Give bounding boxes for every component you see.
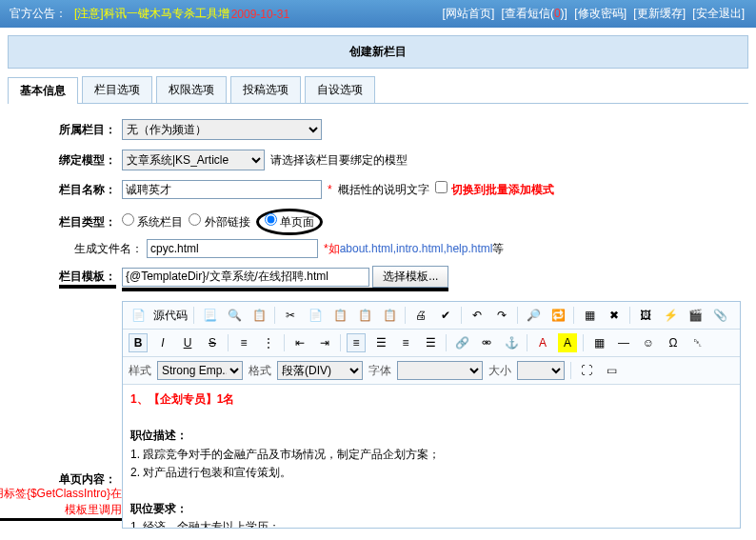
- type-single-page[interactable]: 单页面: [265, 213, 314, 230]
- link-exit[interactable]: [安全退出]: [692, 7, 745, 20]
- model-select[interactable]: 文章系统|KS_Article: [122, 150, 265, 170]
- tpl-annotated: 选择模板...: [122, 266, 448, 291]
- editor-toolbar-3: 样式 Strong Emp... 格式 段落(DIV) 字体 大小 ⛶ ▭: [123, 357, 740, 385]
- text-color-icon[interactable]: A: [533, 333, 552, 352]
- ul-icon[interactable]: ⋮: [259, 333, 278, 352]
- announce-date: 2009-10-31: [231, 8, 289, 21]
- file-hint-suf: 等: [492, 241, 504, 257]
- ol-icon[interactable]: ≡: [234, 333, 253, 352]
- file-input[interactable]: [147, 239, 318, 258]
- content-tag-hint: 使用标签{$GetClassIntro}在模板里调用: [0, 486, 122, 521]
- attach-icon[interactable]: 📎: [710, 306, 729, 325]
- batch-mode-toggle[interactable]: 切换到批量添加模式: [435, 181, 554, 198]
- link-icon[interactable]: 🔗: [452, 333, 471, 352]
- style-select[interactable]: Strong Emp...: [157, 361, 243, 380]
- rich-editor: 📄源代码 📃 🔍 📋 ✂ 📄 📋 📋 📋 🖨 ✔ ↶ ↷ 🔎 🔁 ▦ ✖ �: [122, 301, 741, 529]
- unlink-icon[interactable]: ⚮: [477, 333, 496, 352]
- tab-permission[interactable]: 权限选项: [156, 76, 227, 103]
- media-icon[interactable]: 🎬: [686, 306, 705, 325]
- align-justify-icon[interactable]: ☰: [421, 333, 440, 352]
- tab-basic[interactable]: 基本信息: [8, 77, 78, 104]
- editor-toolbar-2: B I U S ≡ ⋮ ⇤ ⇥ ≡ ☰ ≡ ☰ 🔗 ⚮ ⚓ A A ▦ — ☺: [123, 330, 740, 357]
- tabs: 基本信息 栏目选项 权限选项 投稿选项 自设选项: [8, 76, 748, 104]
- announce-text[interactable]: [注意]科讯一键木马专杀工具增: [74, 6, 229, 22]
- print-icon[interactable]: 🖨: [411, 306, 430, 325]
- paste-word-icon[interactable]: 📋: [380, 306, 399, 325]
- top-links: [网站首页] [查看短信(0)] [修改密码] [更新缓存] [安全退出]: [441, 6, 746, 22]
- name-label: 栏目名称：: [8, 182, 122, 198]
- page-break-icon[interactable]: ␡: [688, 333, 707, 352]
- bg-color-icon[interactable]: A: [558, 333, 577, 352]
- template-icon[interactable]: 📋: [249, 306, 269, 325]
- cut-icon[interactable]: ✂: [281, 306, 300, 325]
- model-label: 绑定模型：: [8, 152, 122, 169]
- anchor-icon[interactable]: ⚓: [502, 333, 521, 352]
- spell-icon[interactable]: ✔: [436, 306, 455, 325]
- flash-icon[interactable]: ⚡: [661, 306, 680, 325]
- name-input[interactable]: [122, 180, 322, 199]
- announce-label: 官方公告：: [10, 6, 67, 22]
- batch-mode-checkbox[interactable]: [435, 181, 448, 193]
- source-button[interactable]: 源代码: [153, 308, 188, 324]
- link-cache[interactable]: [更新缓存]: [633, 7, 686, 20]
- parent-label: 所属栏目：: [8, 122, 122, 138]
- font-select[interactable]: [397, 361, 483, 380]
- outdent-icon[interactable]: ⇤: [290, 333, 309, 352]
- top-bar: 官方公告： [注意]科讯一键木马专杀工具增 2009-10-31 [网站首页] …: [0, 0, 756, 28]
- editor-content[interactable]: 1、【企划专员】1名 职位描述： 1. 跟踪竞争对手的金融产品及市场情况，制定产…: [123, 385, 740, 528]
- table-icon[interactable]: ▦: [589, 333, 608, 352]
- type-label: 栏目类型：: [8, 214, 122, 230]
- tpl-input[interactable]: [122, 268, 369, 287]
- strike-icon[interactable]: S: [203, 333, 222, 352]
- form: 所属栏目： 无（作为频道） 绑定模型： 文章系统|KS_Article 请选择该…: [8, 119, 748, 540]
- bold-icon[interactable]: B: [129, 333, 148, 352]
- find-icon[interactable]: 🔎: [524, 306, 543, 325]
- type-external[interactable]: 外部链接: [189, 213, 249, 230]
- format-select[interactable]: 段落(DIV): [277, 361, 363, 380]
- undo-icon[interactable]: ↶: [468, 306, 487, 325]
- copy-icon[interactable]: 📄: [306, 306, 325, 325]
- model-hint: 请选择该栏目要绑定的模型: [270, 152, 408, 169]
- name-hint: 概括性的说明文字: [338, 182, 429, 198]
- align-right-icon[interactable]: ≡: [396, 333, 415, 352]
- tab-column-options[interactable]: 栏目选项: [82, 76, 152, 103]
- redo-icon[interactable]: ↷: [492, 306, 511, 325]
- align-left-icon[interactable]: ≡: [347, 333, 366, 352]
- file-hint-examples: about.html,intro.html,help.html: [340, 242, 493, 255]
- tpl-label: 栏目模板：: [8, 269, 122, 289]
- type-single-page-annotated: 单页面: [256, 209, 323, 235]
- show-blocks-icon[interactable]: ▭: [602, 361, 621, 380]
- link-password[interactable]: [修改密码]: [574, 7, 627, 20]
- maximize-icon[interactable]: ⛶: [577, 361, 596, 380]
- italic-icon[interactable]: I: [153, 333, 172, 352]
- remove-format-icon[interactable]: ✖: [605, 306, 624, 325]
- type-system[interactable]: 系统栏目: [122, 213, 183, 230]
- page-title: 创建新栏目: [8, 35, 748, 69]
- indent-icon[interactable]: ⇥: [315, 333, 334, 352]
- smiley-icon[interactable]: ☺: [639, 333, 658, 352]
- link-messages[interactable]: [查看短信(0)]: [502, 7, 567, 20]
- source-icon[interactable]: 📄: [129, 306, 148, 325]
- preview-icon[interactable]: 🔍: [225, 306, 244, 325]
- tpl-browse-button[interactable]: 选择模板...: [372, 266, 448, 288]
- paste-icon[interactable]: 📋: [330, 306, 349, 325]
- new-icon[interactable]: 📃: [200, 306, 219, 325]
- select-all-icon[interactable]: ▦: [580, 306, 599, 325]
- underline-icon[interactable]: U: [178, 333, 197, 352]
- tab-contribute[interactable]: 投稿选项: [230, 76, 301, 103]
- paste-text-icon[interactable]: 📋: [355, 306, 374, 325]
- file-label: 生成文件名：: [74, 241, 143, 257]
- replace-icon[interactable]: 🔁: [548, 306, 567, 325]
- align-center-icon[interactable]: ☰: [371, 333, 390, 352]
- editor-toolbar-1: 📄源代码 📃 🔍 📋 ✂ 📄 📋 📋 📋 🖨 ✔ ↶ ↷ 🔎 🔁 ▦ ✖ �: [123, 302, 740, 330]
- size-select[interactable]: [517, 361, 565, 380]
- link-home[interactable]: [网站首页]: [443, 7, 495, 20]
- special-char-icon[interactable]: Ω: [664, 333, 683, 352]
- file-hint-pre: *如: [324, 241, 340, 257]
- image-icon[interactable]: 🖼: [636, 306, 655, 325]
- tab-custom[interactable]: 自设选项: [305, 76, 375, 103]
- parent-select[interactable]: 无（作为频道）: [122, 119, 322, 140]
- hr-icon[interactable]: —: [614, 333, 633, 352]
